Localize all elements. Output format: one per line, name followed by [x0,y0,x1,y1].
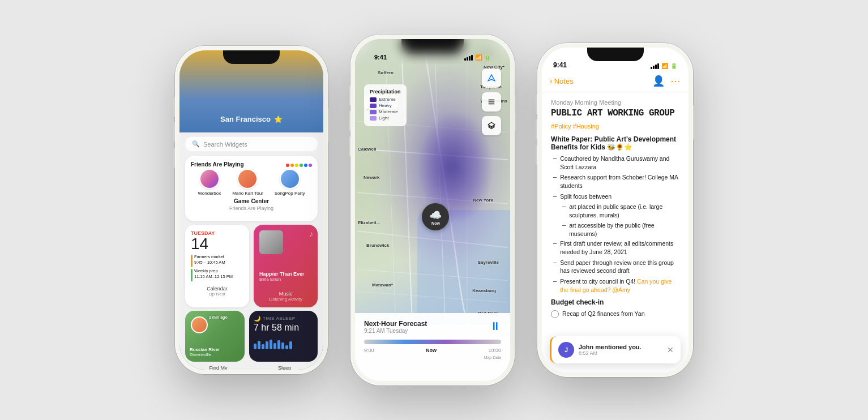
location-bar: San Francisco ⭐ [179,115,323,123]
forecast-panel: Next-Hour Forecast 9:21 AM Tuesday ⏸ 9:0… [355,313,510,381]
note-sub-1: – art placed in public space (i.e. large… [551,203,679,219]
legend-heavy: Heavy [370,103,401,108]
findmy-river: Russian River [190,347,220,352]
game-center-widget: Friends Are Playing [185,156,318,221]
findmy-sleep-row: 2 min ago Russian River Guerneville 🌙 TI… [185,311,318,362]
mention-content: John mentioned you. 8:52 AM [579,344,662,356]
note-bullet-4: – First draft under review; all edits/co… [551,239,679,256]
note-text-3: Split focus between [560,192,612,201]
game-center-avatars: Wonderbox Mario Kart Tour SongPop Party [191,169,312,196]
sleep-bars [254,335,313,349]
calendar-subtitle: Up Next [191,292,243,297]
notes-back-label: Notes [554,77,574,85]
note-text-4: First draft under review; all edits/comm… [560,239,679,256]
timeline-start: 9:00 [364,348,374,353]
cal-event-2: Weekly prep 11:15 AM–12:15 PM [191,268,243,281]
notch-3 [587,48,644,61]
note-tags: #Policy #Housing [551,123,679,130]
city-matawan: Matawan* [372,282,393,288]
player-wonderbox: Wonderbox [198,169,221,196]
weather-emoji: ☁️ [429,209,442,221]
svg-marker-10 [488,75,495,81]
wifi-icon: 📶 [475,54,482,61]
player-songpop: SongPop Party [275,169,305,196]
legend-moderate-label: Moderate [379,109,398,114]
battery-icon: 🔋 [484,54,491,61]
calendar-music-row: TUESDAY 14 Farmers market 9:45 – 10:45 A… [185,225,318,307]
calendar-date: 14 [191,236,243,252]
findmy-widget: 2 min ago Russian River Guerneville [185,311,245,362]
note-text-5: Send paper through review once this grou… [560,259,679,275]
location-star: ⭐ [274,115,283,123]
mention-avatar: J [558,342,574,358]
cal-event-2-label: Weekly prep [194,268,233,274]
cal-event-1: Farmers market 9:45 – 10:45 AM [191,254,243,267]
notes-more-icon[interactable]: ⋯ [670,75,681,87]
note-bullet-5: – Send paper through review once this gr… [551,259,679,275]
scene: San Francisco ⭐ 🔍 Search Widgets Friends… [0,0,868,420]
city-new-york: New York [473,198,493,203]
phone-map: Ossining New City* Tarrytown White Plain… [350,35,515,385]
sleep-title: Sleep [251,365,318,370]
notes-wifi-icon: 📶 [661,63,668,69]
note-sub-2: – art accessible by the public (free mus… [551,221,679,238]
cal-event-1-time: 9:45 – 10:45 AM [194,260,225,265]
sleep-label: TIME ASLEEP [263,316,296,321]
weather-marker: ☁️ Now [422,203,449,230]
navigation-icon[interactable] [482,68,501,88]
player-songpop-label: SongPop Party [275,191,305,196]
weather-now-label: Now [431,221,440,225]
legend-title: Precipitation [370,89,401,95]
back-arrow-icon: ‹ [550,76,553,85]
search-placeholder: Search Widgets [203,141,247,148]
mention-close-icon[interactable]: ✕ [667,345,674,354]
mention-name-text: John mentioned you. [579,344,662,350]
budget-sub: Recap of Q2 finances from Yan [562,310,645,318]
search-widgets-bar[interactable]: 🔍 Search Widgets [185,137,318,151]
layers-icon[interactable] [482,116,501,135]
findmy-place: Guerneville [190,352,220,357]
findmy-location: Russian River Guerneville [190,347,220,357]
note-main-title: PUBLIC ART WORKING GROUP [551,108,679,118]
calendar-title: Calendar [191,286,243,292]
music-song: Happier Than Ever [259,271,312,277]
cal-event-1-label: Farmers market [194,254,225,260]
notes-back-button[interactable]: ‹ Notes [550,76,574,85]
sleep-hours: 7 hr 58 min [254,323,313,333]
forecast-time: 9:21 AM Tuesday [364,328,427,334]
city-newark: Newark [364,175,379,180]
notes-nav: ‹ Notes 👤 ⋯ [542,72,689,92]
forecast-title: Next-Hour Forecast [364,320,427,328]
game-center-label: Friends Are Playing [191,161,244,168]
pause-button[interactable]: ⏸ [490,320,501,333]
notes-content: 9:41 📶 🔋 ‹ [542,48,689,372]
phone-notes: 9:41 📶 🔋 ‹ [537,43,693,377]
player-mariokart-label: Mario Kart Tour [232,191,263,196]
sleep-moon-icon: 🌙 [254,315,260,322]
timeline-end: 10:00 [488,348,501,353]
notes-status-icons: 📶 🔋 [651,63,677,69]
mention-time: 8:52 AM [579,350,662,356]
notes-avatar-icon[interactable]: 👤 [652,75,665,87]
search-icon: 🔍 [192,140,200,148]
note-text-2: Research support from Schober! College M… [560,173,679,190]
map-status-icons: 📶 🔋 [464,39,499,61]
city-elizabeth: Elizabetl... [358,220,380,225]
city-sayreville: Sayreville [478,260,499,265]
screen-map: Ossining New City* Tarrytown White Plain… [355,39,510,381]
signal-bars [464,55,473,61]
note-section-title: White Paper: Public Art's Development Be… [551,135,679,151]
timeline-bar [364,340,501,344]
findmy-title: Find My [185,365,251,370]
calendar-widget: TUESDAY 14 Farmers market 9:45 – 10:45 A… [185,225,249,307]
city-caldwell: Caldwell [358,147,376,152]
mention-notification[interactable]: J John mentioned you. 8:52 AM ✕ [550,336,681,363]
mention-mention-text: mentioned you. [595,344,641,350]
notes-body: Monday Morning Meeting PUBLIC ART WORKIN… [542,92,689,352]
list-icon[interactable] [482,92,501,112]
map-icons [482,68,501,135]
music-note-icon: ♪ [309,229,313,238]
legend-light-label: Light [379,115,388,121]
bottom-widget-labels: Find My People Sleep Data and Schedule [185,365,318,370]
widgets-content: San Francisco ⭐ 🔍 Search Widgets Friends… [179,50,323,370]
